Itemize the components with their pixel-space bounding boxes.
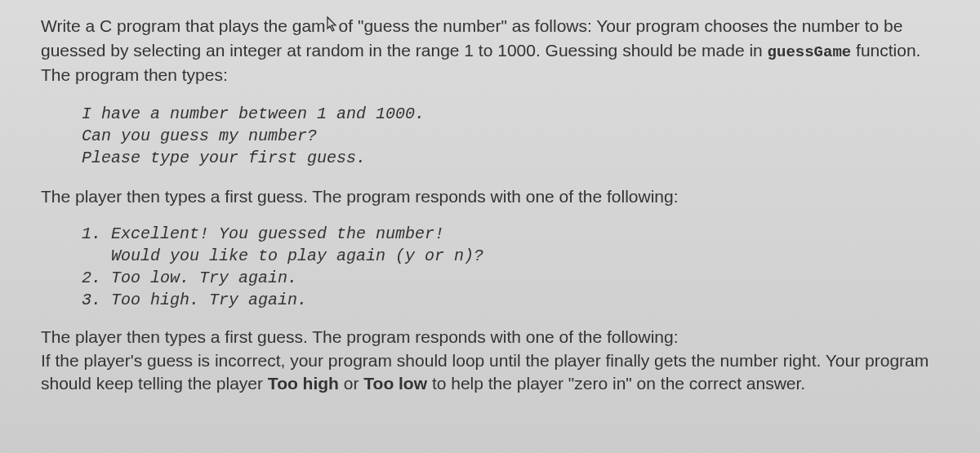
para3-mid: or: [339, 374, 363, 393]
para1-text-prefix: Write a C program that plays the gam: [41, 16, 326, 35]
inline-code-guessgame: guessGame: [768, 43, 852, 61]
code-output-prompt: I have a number between 1 and 1000. Can …: [82, 103, 939, 169]
problem-paragraph-2: The player then types a first guess. The…: [41, 185, 939, 208]
problem-paragraph-3: The player then types a first guess. The…: [41, 326, 939, 395]
code-output-responses: 1. Excellent! You guessed the number! Wo…: [82, 223, 939, 311]
problem-paragraph-1: Write a C program that plays the gamof "…: [41, 15, 939, 87]
para3-line2-post: to help the player "zero in" on the corr…: [427, 374, 805, 393]
bold-too-low: Too low: [363, 374, 427, 393]
bold-too-high: Too high: [268, 374, 339, 393]
cursor-icon: [326, 16, 339, 39]
para3-line1: The player then types a first guess. The…: [41, 327, 679, 346]
